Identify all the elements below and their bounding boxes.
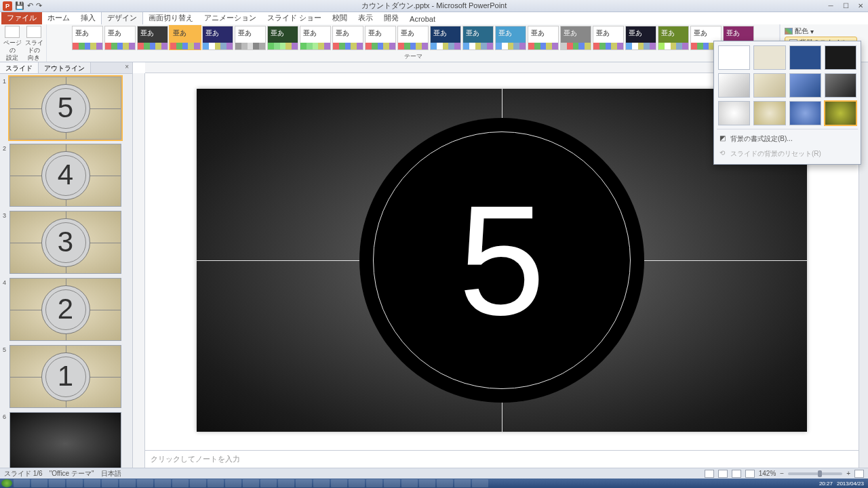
view-sorter-button[interactable] (718, 470, 728, 478)
taskbar-app[interactable] (313, 479, 330, 487)
theme-thumbnail[interactable]: 亜あ (170, 26, 201, 50)
taskbar-app[interactable] (225, 479, 241, 487)
taskbar-app[interactable] (49, 479, 65, 487)
background-style-swatch[interactable] (825, 45, 856, 70)
slide-thumbnail[interactable]: 33 (3, 211, 127, 274)
system-tray[interactable]: 20:27 2013/04/23 (819, 481, 867, 487)
page-setup-button[interactable]: ページの 設定 (2, 26, 22, 62)
panel-tab-outline[interactable]: アウトライン (39, 62, 91, 73)
theme-thumbnail[interactable]: 亜あ (332, 26, 363, 50)
taskbar-app[interactable] (190, 479, 206, 487)
minimize-button[interactable]: ─ (823, 2, 838, 9)
taskbar-app[interactable] (384, 479, 400, 487)
background-style-swatch[interactable] (753, 45, 785, 70)
taskbar-app[interactable] (331, 479, 347, 487)
theme-thumbnail[interactable]: 亜あ (560, 26, 591, 50)
theme-thumbnail[interactable]: 亜あ (137, 26, 168, 50)
taskbar-app[interactable] (208, 479, 224, 487)
slide-thumbnail[interactable]: 6 (3, 412, 127, 468)
taskbar-app[interactable] (84, 479, 100, 487)
taskbar-app[interactable] (102, 479, 118, 487)
zoom-level[interactable]: 142% (759, 470, 776, 477)
taskbar-app[interactable] (119, 479, 136, 487)
taskbar-app[interactable] (366, 479, 382, 487)
tab-file[interactable]: ファイル (1, 12, 42, 24)
taskbar-app[interactable] (401, 479, 418, 487)
slide-orientation-button[interactable]: スライドの 向き (24, 26, 44, 62)
theme-thumbnail[interactable]: 亜あ (300, 26, 331, 50)
taskbar-app[interactable] (419, 479, 435, 487)
fit-button[interactable] (854, 470, 864, 478)
background-style-swatch[interactable] (825, 101, 856, 125)
taskbar-app[interactable] (14, 479, 30, 487)
theme-thumbnail[interactable]: 亜あ (593, 26, 624, 50)
view-reading-button[interactable] (732, 470, 741, 478)
theme-thumbnail[interactable]: 亜あ (397, 26, 429, 50)
taskbar-app[interactable] (437, 479, 453, 487)
background-style-swatch[interactable] (718, 45, 750, 70)
background-style-swatch[interactable] (789, 73, 821, 98)
theme-thumbnail[interactable]: 亜あ (365, 26, 396, 50)
undo-icon[interactable]: ↶ (27, 1, 33, 10)
panel-close-button[interactable]: × (121, 62, 132, 73)
theme-thumbnail[interactable]: 亜あ (658, 26, 689, 50)
slide-thumbnail[interactable]: 51 (3, 345, 127, 408)
theme-thumbnail[interactable]: 亜あ (104, 26, 136, 50)
background-style-swatch[interactable] (718, 73, 750, 98)
theme-thumbnail[interactable]: 亜あ (430, 26, 461, 50)
zoom-out-button[interactable]: − (780, 470, 784, 477)
taskbar-app[interactable] (454, 479, 471, 487)
theme-thumbnail[interactable]: 亜あ (625, 26, 656, 50)
panel-tab-slides[interactable]: スライド (0, 62, 39, 73)
background-style-swatch[interactable] (753, 73, 785, 98)
theme-thumbnail[interactable]: 亜あ (495, 26, 526, 50)
tab-review[interactable]: 校閲 (327, 12, 353, 24)
zoom-slider[interactable] (788, 472, 842, 475)
start-button[interactable] (1, 479, 12, 487)
theme-thumbnail[interactable]: 亜あ (72, 26, 103, 50)
save-icon[interactable]: 💾 (15, 1, 24, 10)
close-button[interactable]: ✕ (853, 2, 868, 9)
taskbar-app[interactable] (31, 479, 47, 487)
tab-transitions[interactable]: 画面切り替え (143, 12, 199, 24)
taskbar-app[interactable] (349, 479, 365, 487)
tab-view[interactable]: 表示 (353, 12, 378, 24)
zoom-in-button[interactable]: + (846, 470, 850, 477)
background-style-swatch[interactable] (718, 101, 750, 125)
tab-home[interactable]: ホーム (42, 12, 75, 24)
background-style-swatch[interactable] (789, 45, 821, 70)
taskbar-app[interactable] (243, 479, 259, 487)
redo-icon[interactable]: ↷ (36, 1, 42, 10)
taskbar-app[interactable] (260, 479, 277, 487)
background-style-swatch[interactable] (789, 101, 821, 125)
theme-thumbnail[interactable]: 亜あ (202, 26, 233, 50)
format-background-item[interactable]: ◩背景の書式設定(B)... (717, 131, 858, 146)
taskbar-app[interactable] (296, 479, 312, 487)
taskbar-app[interactable] (137, 479, 153, 487)
background-style-swatch[interactable] (753, 101, 785, 125)
taskbar-app[interactable] (472, 479, 488, 487)
tab-acrobat[interactable]: Acrobat (404, 14, 441, 24)
tab-design[interactable]: デザイン (101, 11, 143, 24)
taskbar-app[interactable] (278, 479, 294, 487)
colors-menu[interactable]: 配色 ▾ (785, 26, 865, 36)
tab-animations[interactable]: アニメーション (199, 12, 262, 24)
notes-pane[interactable]: クリックしてノートを入力 (145, 450, 859, 468)
view-normal-button[interactable] (705, 470, 714, 478)
slide-thumbnail[interactable]: 42 (3, 278, 127, 341)
taskbar-app[interactable] (172, 479, 189, 487)
tab-developer[interactable]: 開発 (378, 12, 404, 24)
theme-thumbnail[interactable]: 亜あ (267, 26, 298, 50)
tab-insert[interactable]: 挿入 (75, 12, 101, 24)
slide-thumbnail[interactable]: 15 (3, 77, 127, 140)
theme-thumbnail[interactable]: 亜あ (462, 26, 494, 50)
theme-thumbnail[interactable]: 亜あ (235, 26, 266, 50)
view-slideshow-button[interactable] (745, 470, 755, 478)
tab-slideshow[interactable]: スライド ショー (262, 12, 327, 24)
background-style-swatch[interactable] (825, 73, 856, 98)
slide-thumbnail[interactable]: 24 (3, 144, 127, 207)
taskbar-app[interactable] (155, 479, 171, 487)
theme-thumbnail[interactable]: 亜あ (528, 26, 559, 50)
taskbar-app[interactable] (66, 479, 83, 487)
maximize-button[interactable]: ☐ (838, 2, 853, 9)
